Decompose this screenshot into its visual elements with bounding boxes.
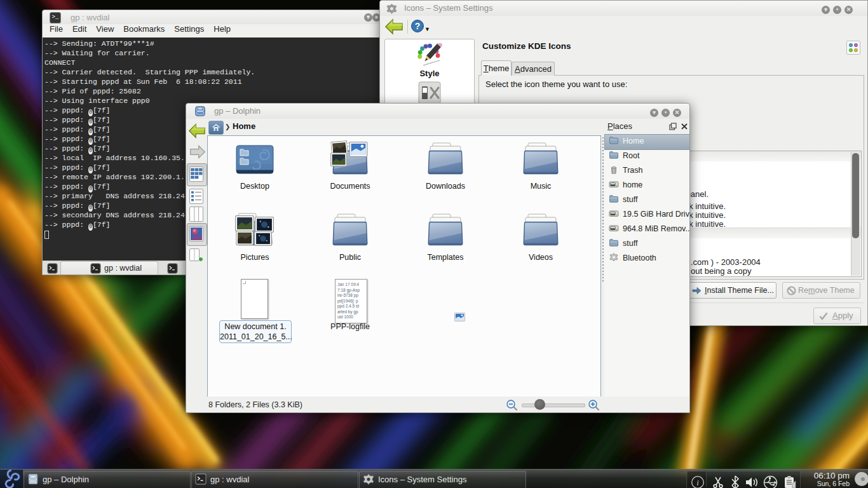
svg-text:?: ? — [415, 21, 421, 31]
svg-text:i: i — [696, 478, 699, 487]
